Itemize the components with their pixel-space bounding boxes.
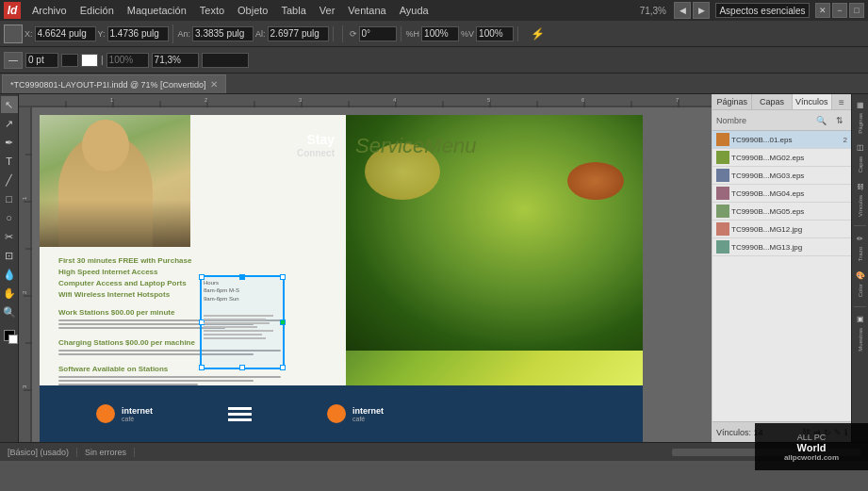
zoom-tool[interactable]: 🔍 bbox=[1, 303, 18, 320]
max-btn[interactable]: □ bbox=[849, 3, 864, 18]
rect-tool[interactable]: □ bbox=[1, 190, 18, 207]
scale-y-input[interactable] bbox=[476, 26, 514, 41]
w-input[interactable] bbox=[192, 26, 254, 41]
icon-trazo[interactable]: ✏ bbox=[853, 231, 868, 246]
scissors-tool[interactable]: ✂ bbox=[1, 228, 18, 245]
link-item[interactable]: TC9990B...MG02.eps bbox=[712, 149, 851, 167]
tab-close-btn[interactable]: ✕ bbox=[210, 79, 218, 90]
menu-texto[interactable]: Texto bbox=[194, 3, 230, 18]
canvas[interactable]: Stay Connect First 30 minutes FREE with … bbox=[32, 107, 712, 442]
x-input[interactable] bbox=[35, 26, 96, 41]
select-tool[interactable]: ↖ bbox=[1, 96, 18, 113]
doc-tab[interactable]: *TC9990801-LAYOUT-P1I.indd @ 71% [Conver… bbox=[2, 74, 226, 93]
handle-tc[interactable] bbox=[239, 274, 245, 280]
menu-ayuda[interactable]: Ayuda bbox=[394, 3, 434, 18]
line-tool[interactable]: ╱ bbox=[1, 172, 18, 188]
close-btn[interactable]: ✕ bbox=[815, 3, 830, 18]
selection-text: Hours 8am-6pm M-S 9am-6pm Sun bbox=[204, 279, 239, 303]
label-vinculos: Vínculos bbox=[858, 195, 863, 217]
handle-br[interactable] bbox=[280, 365, 286, 370]
doc-content: First 30 minutes FREE with Purchase High… bbox=[58, 256, 336, 395]
mode-select[interactable] bbox=[715, 3, 810, 18]
transform-proxy[interactable] bbox=[4, 25, 23, 43]
stay-connected-text: Stay Connect bbox=[297, 132, 335, 159]
canvas-wrapper: 1 2 3 4 5 6 7 bbox=[19, 94, 712, 442]
link-name: TC9990B...MG03.eps bbox=[731, 172, 845, 180]
menu-edicion[interactable]: Edición bbox=[74, 3, 120, 18]
panel-sort-btn[interactable]: ⇅ bbox=[832, 113, 847, 128]
internet-cafe-left-logo: internet café bbox=[96, 404, 153, 423]
opacity-input[interactable] bbox=[106, 53, 149, 68]
angle-group: ⟳ bbox=[350, 26, 401, 41]
link-item[interactable]: TC9990B...MG12.jpg bbox=[712, 221, 851, 238]
link-page: 2 bbox=[843, 136, 847, 144]
nav-btn2[interactable]: ▶ bbox=[693, 2, 710, 19]
direct-select-tool[interactable]: ↗ bbox=[1, 115, 18, 132]
angle-input[interactable] bbox=[359, 26, 397, 41]
menu-tabla[interactable]: Tabla bbox=[275, 3, 311, 18]
extra-input1[interactable] bbox=[152, 53, 199, 68]
icon-paginas[interactable]: ▦ bbox=[853, 97, 868, 112]
tab-vinculos[interactable]: Vínculos bbox=[793, 94, 832, 109]
watermark-top: ALL PC bbox=[797, 433, 827, 442]
fill-color[interactable] bbox=[81, 54, 98, 67]
zoom-display: 71,3% bbox=[634, 6, 672, 16]
icon-capas[interactable]: ◫ bbox=[853, 140, 868, 155]
link-name: TC9990B...MG04.eps bbox=[731, 189, 845, 198]
extra-input2[interactable] bbox=[202, 53, 249, 68]
icon-color[interactable]: 🎨 bbox=[853, 268, 868, 283]
menu-objeto[interactable]: Objeto bbox=[232, 3, 273, 18]
fill-swatch[interactable] bbox=[4, 330, 15, 341]
menu-ventana[interactable]: Ventana bbox=[342, 3, 391, 18]
link-thumb bbox=[716, 133, 729, 146]
color-swatches bbox=[4, 330, 15, 341]
pen-tool[interactable]: ✒ bbox=[1, 134, 18, 151]
tab-paginas[interactable]: Páginas bbox=[712, 94, 752, 109]
canvas-scroll: 1 2 3 bbox=[19, 107, 712, 442]
selection-box[interactable]: Hours 8am-6pm M-S 9am-6pm Sun bbox=[200, 275, 285, 369]
y-input[interactable] bbox=[107, 26, 169, 41]
link-name: TC9990B...01.eps bbox=[731, 136, 842, 144]
link-item[interactable]: TC9990B...MG05.eps bbox=[712, 203, 851, 221]
tab-capas[interactable]: Capas bbox=[752, 94, 792, 109]
handle-bc[interactable] bbox=[239, 365, 245, 370]
link-name: TC9990B...MG05.eps bbox=[731, 207, 845, 216]
scale-x-input[interactable] bbox=[421, 26, 459, 41]
link-thumb bbox=[716, 222, 729, 236]
link-item[interactable]: TC9990B...MG03.eps bbox=[712, 167, 851, 185]
panel-icon-paginas: ▦ Páginas bbox=[853, 97, 868, 134]
icon-vinculos[interactable]: ⛓ bbox=[853, 179, 868, 194]
ellipse-tool[interactable]: ○ bbox=[1, 209, 18, 226]
handle-bl[interactable] bbox=[199, 365, 205, 370]
nav-btn[interactable]: ◀ bbox=[674, 2, 691, 19]
menu-archivo[interactable]: Archivo bbox=[26, 3, 73, 18]
stroke-btn[interactable]: — bbox=[4, 52, 23, 69]
h-label: Al: bbox=[255, 29, 266, 39]
menu-maquetacion[interactable]: Maquetación bbox=[122, 3, 192, 18]
link-thumb bbox=[716, 151, 729, 164]
panel-search-btn[interactable]: 🔍 bbox=[812, 113, 830, 128]
handle-tr[interactable] bbox=[280, 274, 286, 280]
icon-muestras[interactable]: ▣ bbox=[853, 312, 868, 327]
eyedropper-tool[interactable]: 💧 bbox=[1, 266, 18, 283]
type-tool[interactable]: T bbox=[1, 153, 18, 170]
panel-menu-btn[interactable]: ≡ bbox=[832, 94, 851, 109]
v-ruler-svg: 1 2 3 bbox=[19, 107, 32, 442]
min-btn[interactable]: − bbox=[832, 3, 847, 18]
menu-ver[interactable]: Ver bbox=[314, 3, 341, 18]
link-item[interactable]: TC9990B...MG04.eps bbox=[712, 185, 851, 203]
free-transform[interactable]: ⊡ bbox=[1, 247, 18, 264]
label-muestras: Muestras bbox=[858, 328, 863, 352]
stroke-input[interactable] bbox=[25, 53, 58, 68]
size-group: An: Al: bbox=[178, 26, 334, 41]
y-label: Y: bbox=[98, 29, 106, 39]
hand-tool[interactable]: ✋ bbox=[1, 285, 18, 302]
link-item[interactable]: TC9990B...01.eps 2 bbox=[712, 131, 851, 149]
stroke-color[interactable] bbox=[61, 54, 78, 67]
label-capas: Capas bbox=[858, 156, 863, 172]
h-input[interactable] bbox=[268, 26, 329, 41]
link-thumb bbox=[716, 240, 729, 254]
links-list: TC9990B...01.eps 2 TC9990B...MG02.eps TC… bbox=[712, 131, 851, 421]
link-item[interactable]: TC9990B...MG13.jpg bbox=[712, 238, 851, 256]
status-bar: [Básico] (usado) Sin errores bbox=[0, 442, 868, 461]
